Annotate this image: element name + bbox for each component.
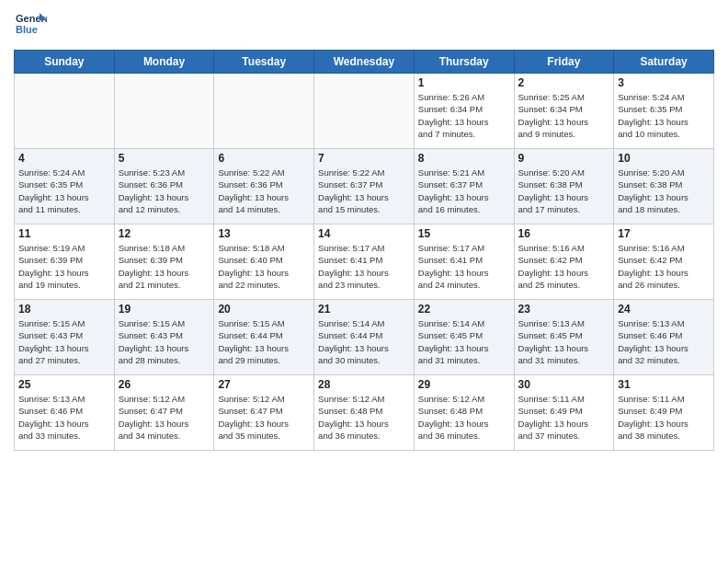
day-number: 21 (318, 303, 410, 316)
day-number: 26 (119, 378, 210, 391)
day-number: 12 (119, 227, 210, 240)
day-number: 10 (618, 152, 710, 165)
calendar-week-3: 11Sunrise: 5:19 AM Sunset: 6:39 PM Dayli… (15, 224, 714, 300)
day-info: Sunrise: 5:15 AM Sunset: 6:43 PM Dayligh… (119, 317, 210, 366)
calendar-cell: 18Sunrise: 5:15 AM Sunset: 6:43 PM Dayli… (15, 300, 115, 375)
day-number: 8 (418, 152, 510, 165)
day-info: Sunrise: 5:22 AM Sunset: 6:37 PM Dayligh… (318, 167, 410, 215)
day-number: 20 (218, 303, 310, 316)
day-info: Sunrise: 5:12 AM Sunset: 6:48 PM Dayligh… (318, 393, 410, 442)
calendar-cell (314, 74, 415, 149)
day-info: Sunrise: 5:21 AM Sunset: 6:37 PM Dayligh… (418, 167, 510, 215)
day-number: 23 (518, 303, 610, 316)
calendar-week-4: 18Sunrise: 5:15 AM Sunset: 6:43 PM Dayli… (15, 300, 714, 375)
header: General Blue (14, 9, 714, 42)
day-info: Sunrise: 5:15 AM Sunset: 6:43 PM Dayligh… (18, 317, 110, 366)
calendar-cell: 24Sunrise: 5:13 AM Sunset: 6:46 PM Dayli… (614, 300, 714, 375)
calendar-cell: 23Sunrise: 5:13 AM Sunset: 6:45 PM Dayli… (514, 300, 614, 375)
day-info: Sunrise: 5:19 AM Sunset: 6:39 PM Dayligh… (18, 242, 110, 291)
day-info: Sunrise: 5:14 AM Sunset: 6:44 PM Dayligh… (318, 317, 410, 366)
day-info: Sunrise: 5:13 AM Sunset: 6:45 PM Dayligh… (518, 317, 610, 366)
day-number: 25 (18, 378, 110, 391)
calendar-cell: 10Sunrise: 5:20 AM Sunset: 6:38 PM Dayli… (614, 149, 714, 224)
day-number: 30 (518, 378, 610, 391)
day-number: 4 (18, 152, 110, 165)
calendar-cell: 26Sunrise: 5:12 AM Sunset: 6:47 PM Dayli… (114, 375, 214, 451)
day-number: 31 (618, 378, 710, 391)
day-number: 16 (518, 227, 610, 240)
day-info: Sunrise: 5:17 AM Sunset: 6:41 PM Dayligh… (418, 242, 510, 291)
day-info: Sunrise: 5:23 AM Sunset: 6:36 PM Dayligh… (119, 167, 210, 215)
calendar-cell: 31Sunrise: 5:11 AM Sunset: 6:49 PM Dayli… (614, 375, 714, 451)
calendar-cell (15, 74, 115, 149)
calendar-cell: 22Sunrise: 5:14 AM Sunset: 6:45 PM Dayli… (414, 300, 514, 375)
weekday-header-monday: Monday (114, 51, 214, 74)
calendar-cell: 3Sunrise: 5:24 AM Sunset: 6:35 PM Daylig… (614, 74, 714, 149)
calendar-cell: 5Sunrise: 5:23 AM Sunset: 6:36 PM Daylig… (114, 149, 214, 224)
calendar-table: SundayMondayTuesdayWednesdayThursdayFrid… (14, 50, 714, 451)
calendar-cell: 1Sunrise: 5:26 AM Sunset: 6:34 PM Daylig… (414, 74, 514, 149)
calendar-cell: 25Sunrise: 5:13 AM Sunset: 6:46 PM Dayli… (15, 375, 115, 451)
day-info: Sunrise: 5:17 AM Sunset: 6:41 PM Dayligh… (318, 242, 410, 291)
day-info: Sunrise: 5:13 AM Sunset: 6:46 PM Dayligh… (618, 317, 710, 366)
weekday-header-wednesday: Wednesday (314, 51, 415, 74)
day-info: Sunrise: 5:16 AM Sunset: 6:42 PM Dayligh… (518, 242, 610, 291)
calendar-cell (214, 74, 314, 149)
calendar-week-5: 25Sunrise: 5:13 AM Sunset: 6:46 PM Dayli… (15, 375, 714, 451)
day-info: Sunrise: 5:20 AM Sunset: 6:38 PM Dayligh… (518, 167, 610, 215)
day-info: Sunrise: 5:20 AM Sunset: 6:38 PM Dayligh… (618, 167, 710, 215)
day-info: Sunrise: 5:24 AM Sunset: 6:35 PM Dayligh… (618, 91, 710, 140)
day-number: 9 (518, 152, 610, 165)
day-info: Sunrise: 5:18 AM Sunset: 6:39 PM Dayligh… (119, 242, 210, 291)
day-info: Sunrise: 5:11 AM Sunset: 6:49 PM Dayligh… (618, 393, 710, 442)
calendar-cell: 14Sunrise: 5:17 AM Sunset: 6:41 PM Dayli… (314, 224, 415, 300)
logo-icon: General Blue (14, 9, 47, 42)
calendar-cell: 13Sunrise: 5:18 AM Sunset: 6:40 PM Dayli… (214, 224, 314, 300)
calendar-header-row: SundayMondayTuesdayWednesdayThursdayFrid… (15, 51, 714, 74)
weekday-header-saturday: Saturday (614, 51, 714, 74)
day-info: Sunrise: 5:26 AM Sunset: 6:34 PM Dayligh… (418, 91, 510, 140)
logo: General Blue (14, 9, 51, 42)
calendar-cell: 11Sunrise: 5:19 AM Sunset: 6:39 PM Dayli… (15, 224, 115, 300)
day-number: 2 (518, 76, 610, 89)
day-number: 13 (218, 227, 310, 240)
weekday-header-tuesday: Tuesday (214, 51, 314, 74)
calendar-cell: 16Sunrise: 5:16 AM Sunset: 6:42 PM Dayli… (514, 224, 614, 300)
day-info: Sunrise: 5:13 AM Sunset: 6:46 PM Dayligh… (18, 393, 110, 442)
calendar-cell: 21Sunrise: 5:14 AM Sunset: 6:44 PM Dayli… (314, 300, 415, 375)
calendar-week-1: 1Sunrise: 5:26 AM Sunset: 6:34 PM Daylig… (15, 74, 714, 149)
day-info: Sunrise: 5:18 AM Sunset: 6:40 PM Dayligh… (218, 242, 310, 291)
calendar-cell: 9Sunrise: 5:20 AM Sunset: 6:38 PM Daylig… (514, 149, 614, 224)
calendar-cell: 29Sunrise: 5:12 AM Sunset: 6:48 PM Dayli… (414, 375, 514, 451)
day-number: 27 (218, 378, 310, 391)
day-number: 24 (618, 303, 710, 316)
calendar-cell: 17Sunrise: 5:16 AM Sunset: 6:42 PM Dayli… (614, 224, 714, 300)
day-number: 17 (618, 227, 710, 240)
calendar-cell: 7Sunrise: 5:22 AM Sunset: 6:37 PM Daylig… (314, 149, 415, 224)
calendar-cell: 20Sunrise: 5:15 AM Sunset: 6:44 PM Dayli… (214, 300, 314, 375)
day-info: Sunrise: 5:12 AM Sunset: 6:48 PM Dayligh… (418, 393, 510, 442)
day-number: 7 (318, 152, 410, 165)
calendar-cell: 27Sunrise: 5:12 AM Sunset: 6:47 PM Dayli… (214, 375, 314, 451)
calendar-cell: 28Sunrise: 5:12 AM Sunset: 6:48 PM Dayli… (314, 375, 415, 451)
day-number: 19 (119, 303, 210, 316)
weekday-header-sunday: Sunday (15, 51, 115, 74)
day-info: Sunrise: 5:11 AM Sunset: 6:49 PM Dayligh… (518, 393, 610, 442)
calendar-cell: 12Sunrise: 5:18 AM Sunset: 6:39 PM Dayli… (114, 224, 214, 300)
calendar-cell: 2Sunrise: 5:25 AM Sunset: 6:34 PM Daylig… (514, 74, 614, 149)
weekday-header-thursday: Thursday (414, 51, 514, 74)
calendar-cell: 19Sunrise: 5:15 AM Sunset: 6:43 PM Dayli… (114, 300, 214, 375)
day-number: 22 (418, 303, 510, 316)
svg-text:Blue: Blue (16, 24, 38, 35)
day-number: 6 (218, 152, 310, 165)
calendar-cell: 6Sunrise: 5:22 AM Sunset: 6:36 PM Daylig… (214, 149, 314, 224)
day-info: Sunrise: 5:16 AM Sunset: 6:42 PM Dayligh… (618, 242, 710, 291)
day-number: 11 (18, 227, 110, 240)
calendar-cell: 15Sunrise: 5:17 AM Sunset: 6:41 PM Dayli… (414, 224, 514, 300)
day-number: 28 (318, 378, 410, 391)
day-info: Sunrise: 5:15 AM Sunset: 6:44 PM Dayligh… (218, 317, 310, 366)
day-info: Sunrise: 5:12 AM Sunset: 6:47 PM Dayligh… (119, 393, 210, 442)
calendar-week-2: 4Sunrise: 5:24 AM Sunset: 6:35 PM Daylig… (15, 149, 714, 224)
day-number: 1 (418, 76, 510, 89)
calendar-cell (114, 74, 214, 149)
